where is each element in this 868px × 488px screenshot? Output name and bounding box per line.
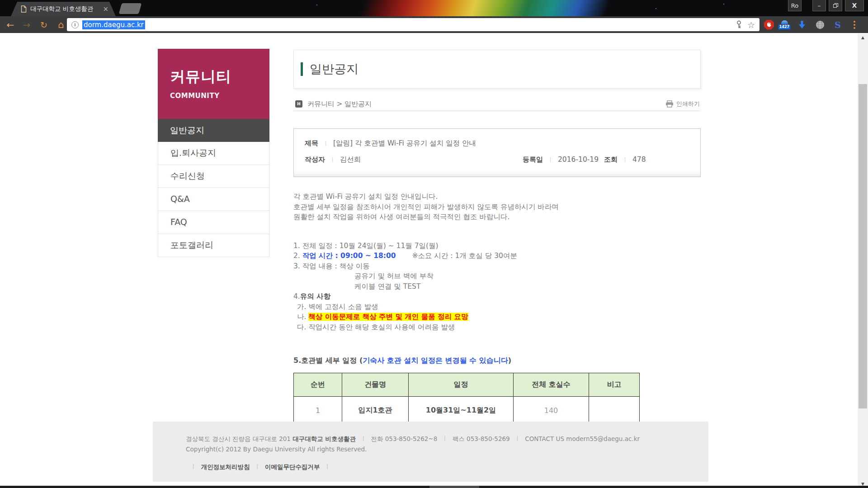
body-line: 2. 작업 시간 : 09:00 ~ 18:00※소요 시간 : 1개 호실 당…: [293, 251, 701, 261]
sidebar-item-general-notice[interactable]: 일반공지: [158, 119, 269, 142]
table-row: 1 입지1호관 10월31일~11월2일 140: [294, 396, 640, 424]
footer-fax: 053-850-5269: [467, 435, 510, 442]
body-line: 3. 작업 내용 : 책상 이동: [293, 261, 701, 272]
page-title: 일반공지: [310, 61, 359, 77]
address-bar[interactable]: i dorm.daegu.ac.kr ☆: [67, 18, 760, 31]
profile-button[interactable]: Ro: [788, 0, 802, 11]
privacy-policy-link[interactable]: 개인정보처리방침: [201, 463, 250, 470]
close-button[interactable]: X: [845, 0, 864, 11]
back-icon[interactable]: ←: [4, 16, 17, 33]
body-line: 가. 벽에 고정시 소음 발생: [293, 302, 701, 312]
sidebar-item-qna[interactable]: Q&A: [158, 188, 269, 211]
footer-phone: 053-850-5262~8: [385, 435, 438, 442]
separator: ㅣ: [510, 435, 525, 442]
item4-prefix: 4.: [293, 292, 300, 300]
footer-email[interactable]: modern55@daegu.ac.kr: [566, 435, 640, 442]
item5-prefix: 5.호관별 세부 일정 (: [293, 356, 363, 365]
cell-order: 1: [294, 396, 342, 424]
extension-dome-icon: [781, 20, 788, 24]
adblock-hand-extension-icon[interactable]: [763, 16, 775, 33]
sidebar-header: 커뮤니티 COMMUNITY: [158, 49, 269, 119]
col-order: 순번: [294, 373, 342, 396]
breadcrumb-home-icon[interactable]: H: [295, 100, 302, 108]
notice-body: 각 호관별 Wi-Fi 공유기 설치 일정 안내입니다. 호관별 세부 일정을 …: [293, 192, 701, 366]
footer-links: ㅣ개인정보처리방침ㅣ이메일무단수집거부ㅣ: [186, 463, 708, 471]
site-footer: 경상북도 경산시 진량읍 대구대로 201 대구대학교 비호생활관ㅣ전화 053…: [153, 422, 708, 482]
item2-worktime: 작업 시간 : 09:00 ~ 18:00: [302, 252, 396, 260]
key-icon[interactable]: [736, 20, 742, 29]
col-room-count: 전체 호실수: [514, 373, 589, 396]
community-sidebar: 커뮤니티 COMMUNITY 일반공지 입.퇴사공지 수리신청 Q&A FAQ …: [158, 49, 269, 257]
separator: ㅣ: [356, 435, 371, 442]
page-info-icon[interactable]: i: [71, 21, 79, 28]
download-arrow-extension-icon[interactable]: [796, 16, 808, 33]
theme-rainbow-decoration: [356, 0, 620, 16]
s-extension-icon[interactable]: S: [832, 16, 844, 33]
body-line: 원활한 설치 작업을 위하여 사생 여러분들의 적극적인 협조 바랍니다.: [293, 212, 701, 222]
main-content: 일반공지 H 커뮤니티 > 일반공지 인쇄하기 제목ㅣ[알림] 각 호관별 Wi…: [293, 50, 701, 425]
taskbar-active-segment: [429, 486, 479, 488]
separator: ㅣ: [325, 156, 340, 163]
item4b-warning-highlight: 책상 이동문제로 책상 주변 및 개인 물품 정리 요망: [308, 313, 468, 321]
page-scrollbar[interactable]: ▲ ▼: [858, 33, 868, 488]
url-field[interactable]: dorm.daegu.ac.kr: [82, 21, 145, 29]
scrollbar-thumb[interactable]: [859, 84, 867, 408]
browser-menu-icon[interactable]: [852, 20, 857, 30]
restore-icon: [833, 3, 838, 8]
browser-tab-active[interactable]: 대구대학교 비호생활관 ×: [11, 2, 116, 16]
body-line: 4.유의 사항: [293, 291, 701, 302]
col-schedule: 일정: [409, 373, 514, 396]
body-line: 각 호관별 Wi-Fi 공유기 설치 일정 안내입니다.: [293, 192, 701, 202]
reload-icon[interactable]: ↻: [37, 16, 51, 33]
separator: ㅣ: [318, 140, 333, 147]
globe-extension-icon[interactable]: [814, 16, 826, 33]
notification-extension-icon[interactable]: 1427: [778, 16, 791, 33]
schedule-table: 순번 건물명 일정 전체 호실수 비고 1 입지1호관 10월31일~11월2일…: [293, 373, 640, 425]
bookmark-star-icon[interactable]: ☆: [747, 20, 755, 30]
separator: ㅣ: [186, 463, 201, 470]
notice-views: 478: [632, 155, 646, 164]
print-button[interactable]: 인쇄하기: [665, 100, 700, 108]
notice-subject: [알림] 각 호관별 Wi-Fi 공유기 설치 일정 안내: [333, 139, 476, 147]
body-line: 나. 책상 이동문제로 책상 주변 및 개인 물품 정리 요망: [293, 312, 701, 322]
theme-star-decoration: [656, 8, 656, 9]
cell-building: 입지1호관: [342, 396, 409, 424]
url-selected-text: dorm.daegu.ac.kr: [82, 20, 145, 29]
body-line: 공유기 및 허브 벽에 부착: [293, 271, 701, 282]
email-refusal-link[interactable]: 이메일무단수집거부: [265, 463, 320, 470]
scroll-up-icon[interactable]: ▲: [858, 33, 868, 42]
date-label: 등록일: [523, 155, 543, 164]
views-label: 조회: [604, 155, 618, 164]
sidebar-item-movein-notice[interactable]: 입.퇴사공지: [158, 142, 269, 165]
separator: ㅣ: [618, 156, 632, 163]
footer-copyright: Copyright(c) 2012 By Daegu University Al…: [186, 446, 708, 453]
separator: ㅣ: [250, 463, 265, 470]
sidebar-item-faq[interactable]: FAQ: [158, 211, 269, 234]
footer-org: 대구대학교 비호생활관: [292, 435, 356, 442]
sidebar-item-repair-request[interactable]: 수리신청: [158, 165, 269, 188]
cell-schedule: 10월31일~11월2일: [409, 396, 514, 424]
print-label: 인쇄하기: [676, 100, 700, 108]
col-building: 건물명: [342, 373, 409, 396]
extension-badge: 1427: [778, 25, 790, 29]
body-line: 5.호관별 세부 일정 (기숙사 호관 설치 일정은 변경될 수 있습니다): [293, 356, 701, 366]
item2-note: ※소요 시간 : 1개 호실 당 30여분: [412, 252, 517, 260]
printer-icon: [665, 100, 674, 108]
theme-star-decoration: [723, 4, 724, 5]
minimize-button[interactable]: –: [812, 0, 826, 11]
sidebar-item-photo-gallery[interactable]: 포토갤러리: [158, 234, 269, 257]
body-line: 1. 전체 일정 : 10월 24일(월) ~ 11월 7일(월): [293, 241, 701, 251]
footer-line1: 경상북도 경산시 진량읍 대구대로 201 대구대학교 비호생활관ㅣ전화 053…: [186, 435, 708, 443]
browser-toolbar: ← → ↻ ⌂ i dorm.daegu.ac.kr ☆: [0, 16, 868, 33]
footer-contact-label: CONTACT US: [525, 435, 564, 442]
body-line: 호관별 세부 일정을 참조하시어 개인적인 피해가 발생하지 않도록 유념하시기…: [293, 202, 701, 212]
notice-info-box: 제목ㅣ[알림] 각 호관별 Wi-Fi 공유기 설치 일정 안내 작성자ㅣ김선희…: [293, 128, 701, 177]
forward-icon[interactable]: →: [20, 16, 33, 33]
separator: ㅣ: [320, 463, 335, 470]
background-tab[interactable]: [119, 3, 142, 14]
tab-close-icon[interactable]: ×: [103, 5, 108, 13]
restore-button[interactable]: [829, 0, 842, 11]
item4b-prefix: 나.: [297, 313, 308, 321]
browser-titlebar: 대구대학교 비호생활관 × Ro – X: [0, 0, 868, 16]
home-icon[interactable]: ⌂: [54, 16, 68, 33]
